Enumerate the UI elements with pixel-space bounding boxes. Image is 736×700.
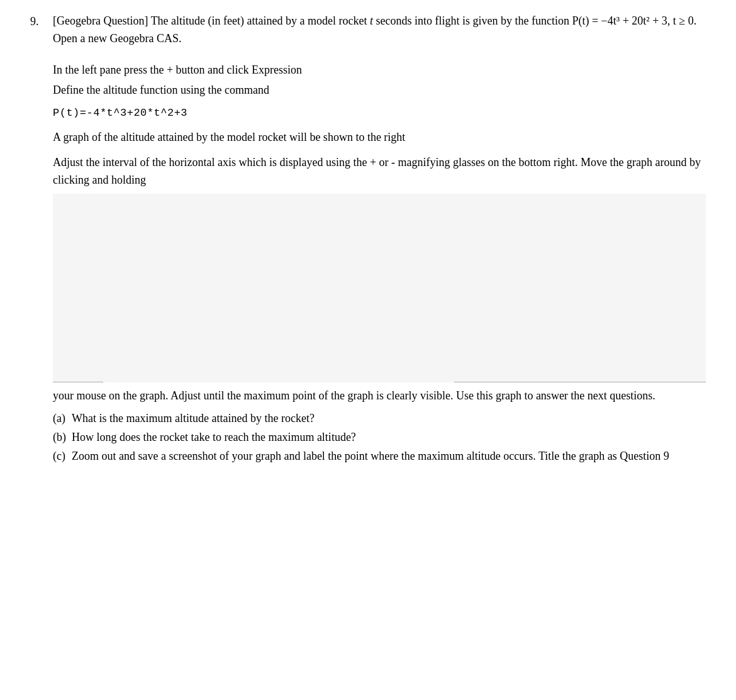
bracket-label: [Geogebra Question] bbox=[53, 14, 148, 27]
sub-questions: (a) What is the maximum altitude attaine… bbox=[53, 410, 706, 465]
sub-question-a: (a) What is the maximum altitude attaine… bbox=[53, 410, 706, 428]
sub-label-c: (c) bbox=[53, 448, 72, 465]
continuation-para: your mouse on the graph. Adjust until th… bbox=[53, 387, 706, 405]
sub-label-b: (b) bbox=[53, 429, 72, 447]
title-part1: The altitude (in feet) attained by a mod… bbox=[148, 14, 370, 27]
question-number: 9. bbox=[30, 13, 53, 467]
open-cas-text: Open a new Geogebra CAS. bbox=[53, 32, 181, 45]
instruction1: In the left pane press the + button and … bbox=[53, 62, 706, 79]
instruction2: Define the altitude function using the c… bbox=[53, 82, 706, 99]
continuation-section: your mouse on the graph. Adjust until th… bbox=[53, 387, 706, 465]
sub-question-b: (b) How long does the rocket take to rea… bbox=[53, 429, 706, 447]
adjust-para: Adjust the interval of the horizontal ax… bbox=[53, 154, 706, 189]
bottom-divider bbox=[454, 382, 706, 382]
sub-label-a: (a) bbox=[53, 410, 72, 428]
command-code: P(t)=-4*t^3+20*t^2+3 bbox=[53, 104, 706, 121]
title-function: P(t) = −4t³ + 20t² + 3, t ≥ 0. bbox=[572, 14, 696, 27]
graph-description: A graph of the altitude attained by the … bbox=[53, 129, 706, 147]
question-title: [Geogebra Question] The altitude (in fee… bbox=[53, 13, 706, 48]
question-content: [Geogebra Question] The altitude (in fee… bbox=[53, 13, 706, 467]
sub-text-a: What is the maximum altitude attained by… bbox=[72, 410, 706, 428]
top-left-divider bbox=[53, 382, 103, 382]
title-part2: seconds into flight is given by the func… bbox=[373, 14, 572, 27]
sub-question-c: (c) Zoom out and save a screenshot of yo… bbox=[53, 448, 706, 465]
sub-text-b: How long does the rocket take to reach t… bbox=[72, 429, 706, 447]
graph-area bbox=[53, 194, 706, 382]
page-container: 9. [Geogebra Question] The altitude (in … bbox=[0, 0, 736, 493]
question-block: 9. [Geogebra Question] The altitude (in … bbox=[30, 13, 706, 467]
sub-text-c: Zoom out and save a screenshot of your g… bbox=[72, 448, 706, 465]
